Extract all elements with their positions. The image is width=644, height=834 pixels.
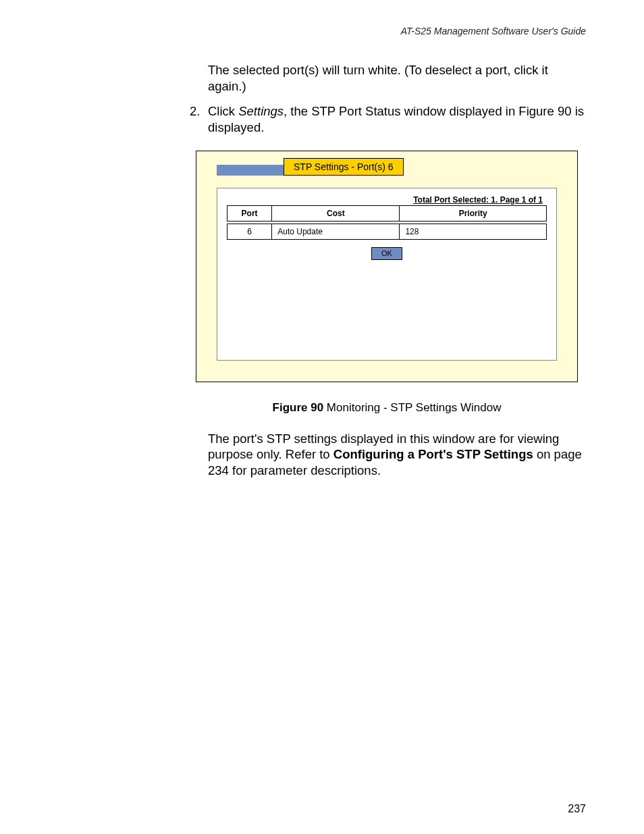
status-line: Total Port Selected: 1. Page 1 of 1 (227, 195, 547, 205)
window-titlebar: STP Settings - Port(s) 6 (196, 151, 577, 176)
figure-text: Monitoring - STP Settings Window (323, 401, 501, 414)
cell-cost: Auto Update (272, 224, 400, 239)
col-cost: Cost (272, 205, 400, 221)
figure-caption: Figure 90 Monitoring - STP Settings Wind… (196, 401, 578, 415)
cell-port: 6 (227, 224, 272, 239)
col-priority: Priority (400, 205, 547, 221)
stp-table: Port Cost Priority 6 Auto Update 128 (227, 205, 547, 240)
col-port: Port (227, 205, 272, 221)
step-text: Click Settings, the STP Port Status wind… (208, 103, 586, 135)
table-header-row: Port Cost Priority (227, 205, 547, 221)
paragraph-viewing: The port's STP settings displayed in thi… (208, 431, 583, 479)
step-pre: Click (208, 104, 238, 118)
table-row: 6 Auto Update 128 (227, 224, 547, 239)
ok-button[interactable]: OK (371, 247, 402, 260)
settings-word: Settings (238, 104, 284, 118)
step-number: 2. (190, 103, 208, 135)
stp-settings-window: STP Settings - Port(s) 6 Total Port Sele… (196, 151, 578, 382)
running-header: AT-S25 Management Software User's Guide (58, 26, 586, 36)
figure-number: Figure 90 (273, 401, 324, 414)
xref-configuring: Configuring a Port's STP Settings (333, 447, 533, 461)
page-number: 237 (568, 803, 586, 815)
step-2: 2. Click Settings, the STP Port Status w… (190, 103, 586, 135)
title-tab-decor (217, 165, 284, 176)
window-title: STP Settings - Port(s) 6 (284, 158, 404, 176)
cell-priority: 128 (400, 224, 547, 239)
paragraph-deselect: The selected port(s) will turn white. (T… (208, 62, 586, 94)
window-content: Total Port Selected: 1. Page 1 of 1 Port… (217, 188, 557, 361)
